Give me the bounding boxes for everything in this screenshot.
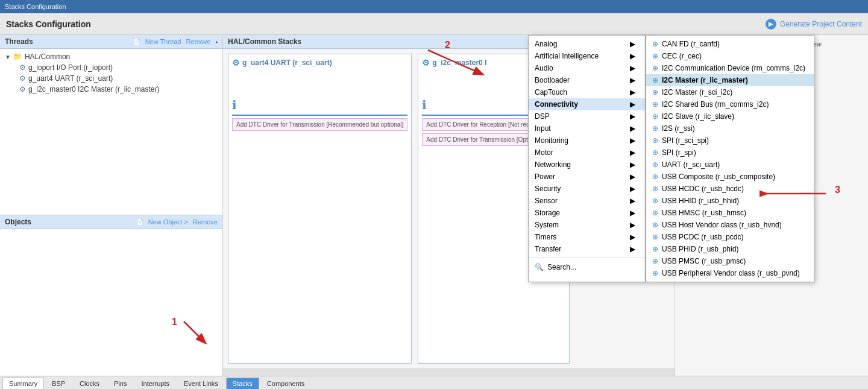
- arrow-down-icon: ▼: [5, 54, 11, 60]
- component-icon: ⊕: [652, 136, 658, 145]
- tree-children: ⚙ g_ioport I/O Port (r_ioport) ⚙ g_uart4…: [17, 62, 220, 95]
- item-label: Connectivity: [535, 100, 578, 109]
- sub-item-label: USB Composite (r_usb_composite): [662, 172, 775, 181]
- tab-event-links[interactable]: Event Links: [177, 378, 225, 390]
- dropdown-item-bootloader[interactable]: Bootloader ▶: [529, 74, 645, 86]
- tab-bsp[interactable]: BSP: [45, 378, 72, 390]
- sub-item-label: SPI (r_spi): [662, 148, 696, 157]
- dropdown-item-connectivity[interactable]: Connectivity ▶: [529, 98, 645, 110]
- sub-item-usb-pmsc[interactable]: ⊕ USB PMSC (r_usb_pmsc): [646, 255, 814, 267]
- dropdown-item-audio[interactable]: Audio ▶: [529, 62, 645, 74]
- new-object-btn[interactable]: New Object >: [148, 218, 188, 226]
- arrow-right-icon: ▶: [630, 76, 635, 84]
- arrow-right-icon: ▶: [630, 100, 635, 109]
- sub-item-label: UART (r_sci_uart): [662, 160, 720, 169]
- sub-item-canfd[interactable]: ⊕ CAN FD (r_canfd): [646, 38, 814, 50]
- dropdown-item-timers[interactable]: Timers ▶: [529, 231, 645, 243]
- sub-item-i2c-slave[interactable]: ⊕ I2C Slave (r_iic_slave): [646, 110, 814, 122]
- tab-components[interactable]: Components: [260, 378, 311, 390]
- item-label: Input: [535, 124, 551, 133]
- sub-item-label: SPI (r_sci_spi): [662, 136, 709, 145]
- sub-item-spi-sci[interactable]: ⊕ SPI (r_sci_spi): [646, 134, 814, 147]
- sub-item-uart[interactable]: ⊕ UART (r_sci_uart): [646, 159, 814, 171]
- horizontal-scrollbar[interactable]: [223, 368, 675, 376]
- sub-item-i2c-shared[interactable]: ⊕ I2C Shared Bus (rm_comms_i2c): [646, 98, 814, 110]
- dropdown-item-security[interactable]: Security ▶: [529, 183, 645, 195]
- component-icon: ⊕: [652, 52, 658, 60]
- remove-object-btn[interactable]: Remove: [193, 218, 218, 226]
- item-label: Transfer: [535, 245, 561, 253]
- sub-item-usb-hmsc[interactable]: ⊕ USB HMSC (r_usb_hmsc): [646, 207, 814, 219]
- component-icon: ⊕: [652, 245, 658, 253]
- dropdown-item-storage[interactable]: Storage ▶: [529, 207, 645, 219]
- threads-header: Threads 📄 New Thread Remove ▪: [0, 35, 222, 49]
- sub-item-usb-hcdc[interactable]: ⊕ USB HCDC (r_usb_hcdc): [646, 183, 814, 195]
- sub-item-i2c-master-iic[interactable]: ⊕ I2C Master (r_iic_master): [646, 74, 814, 86]
- sub-item-i2s[interactable]: ⊕ I2S (r_ssi): [646, 122, 814, 134]
- sub-item-usb-hvnd[interactable]: ⊕ USB Host Vendor class (r_usb_hvnd): [646, 219, 814, 231]
- sub-item-label: USB HMSC (r_usb_hmsc): [662, 209, 746, 217]
- sub-item-label: CEC (r_cec): [662, 52, 702, 60]
- info-icon: ℹ: [232, 98, 407, 112]
- dropdown-item-monitoring[interactable]: Monitoring ▶: [529, 134, 645, 147]
- dropdown-item-sensor[interactable]: Sensor ▶: [529, 195, 645, 207]
- component-icon: ⊕: [652, 64, 658, 72]
- stack-sub-item[interactable]: Add DTC Driver for Transmission [Recomme…: [232, 118, 407, 131]
- dropdown-item-system[interactable]: System ▶: [529, 219, 645, 231]
- dropdown-item-dsp[interactable]: DSP ▶: [529, 110, 645, 122]
- item-label: System: [535, 221, 559, 229]
- sub-item-label: USB Peripheral Vendor class (r_usb_pvnd): [662, 269, 800, 277]
- sub-item-label: USB HCDC (r_usb_hcdc): [662, 185, 744, 193]
- sub-item-i2c-comms[interactable]: ⊕ I2C Communication Device (rm_comms_i2c…: [646, 62, 814, 74]
- search-item[interactable]: 🔍 Search...: [529, 261, 645, 274]
- title-bar: Stacks Configuration ▶ Generate Project …: [0, 13, 868, 35]
- sub-item-usb-pvnd[interactable]: ⊕ USB Peripheral Vendor class (r_usb_pvn…: [646, 267, 814, 279]
- tree-item[interactable]: ▼ 📁 HAL/Common: [2, 51, 220, 62]
- tab-interrupts[interactable]: Interrupts: [135, 378, 176, 390]
- sub-item-label: I2C Shared Bus (rm_comms_i2c): [662, 100, 769, 109]
- sub-item-label: USB PCDC (r_usb_pcdc): [662, 233, 743, 241]
- bottom-tabs: Summary BSP Clocks Pins Interrupts Event…: [0, 376, 868, 389]
- item-label: Analog: [535, 40, 557, 48]
- sub-item-i2c-master-sci[interactable]: ⊕ I2C Master (r_sci_i2c): [646, 86, 814, 98]
- dropdown-item-ai[interactable]: Artificial Intelligence ▶: [529, 50, 645, 62]
- sub-item-label: CAN FD (r_canfd): [662, 40, 720, 48]
- menu-separator: [529, 258, 645, 258]
- new-thread-btn[interactable]: New Thread: [145, 38, 181, 45]
- dropdown-item-input[interactable]: Input ▶: [529, 122, 645, 134]
- dropdown-item-power[interactable]: Power ▶: [529, 171, 645, 183]
- sub-item-label: I2S (r_ssi): [662, 124, 695, 133]
- arrow-right-icon: ▶: [630, 64, 635, 72]
- sub-item-cec[interactable]: ⊕ CEC (r_cec): [646, 50, 814, 62]
- generate-icon: ▶: [766, 19, 776, 30]
- dropdown-item-networking[interactable]: Networking ▶: [529, 159, 645, 171]
- tree-item[interactable]: ⚙ g_ioport I/O Port (r_ioport): [17, 62, 220, 73]
- objects-content: [0, 229, 222, 376]
- generate-project-btn[interactable]: ▶ Generate Project Content: [766, 19, 862, 30]
- tab-stacks[interactable]: Stacks: [226, 378, 259, 390]
- tree-child-label: g_ioport I/O Port (r_ioport): [28, 63, 113, 72]
- arrow-right-icon: ▶: [630, 160, 635, 169]
- tree-item[interactable]: ⚙ g_i2c_master0 I2C Master (r_iic_master…: [17, 84, 220, 95]
- card-spacer: [232, 68, 407, 98]
- remove-thread-btn[interactable]: Remove: [186, 38, 210, 45]
- generate-label: Generate Project Content: [780, 20, 862, 28]
- dropdown-item-analog[interactable]: Analog ▶: [529, 38, 645, 50]
- sub-item-spi[interactable]: ⊕ SPI (r_spi): [646, 147, 814, 159]
- sub-item-usb-composite[interactable]: ⊕ USB Composite (r_usb_composite): [646, 171, 814, 183]
- tree-item[interactable]: ⚙ g_uart4 UART (r_sci_uart): [17, 73, 220, 84]
- sub-item-usb-hhid[interactable]: ⊕ USB HHID (r_usb_hhid): [646, 195, 814, 207]
- sub-item-usb-pcdc[interactable]: ⊕ USB PCDC (r_usb_pcdc): [646, 231, 814, 243]
- component-icon: ⊕: [652, 209, 658, 217]
- dropdown-item-transfer[interactable]: Transfer ▶: [529, 243, 645, 255]
- dropdown-item-motor[interactable]: Motor ▶: [529, 147, 645, 159]
- dropdown-item-captouch[interactable]: CapTouch ▶: [529, 86, 645, 98]
- collapse-btn[interactable]: ▪: [215, 39, 218, 45]
- tab-summary[interactable]: Summary: [2, 378, 44, 390]
- sub-item-usb-phid[interactable]: ⊕ USB PHID (r_usb_phid): [646, 243, 814, 255]
- item-label: Security: [535, 185, 561, 193]
- card-divider: [232, 115, 407, 116]
- tab-clocks[interactable]: Clocks: [73, 378, 106, 390]
- tab-pins[interactable]: Pins: [107, 378, 133, 390]
- item-label: Storage: [535, 209, 560, 217]
